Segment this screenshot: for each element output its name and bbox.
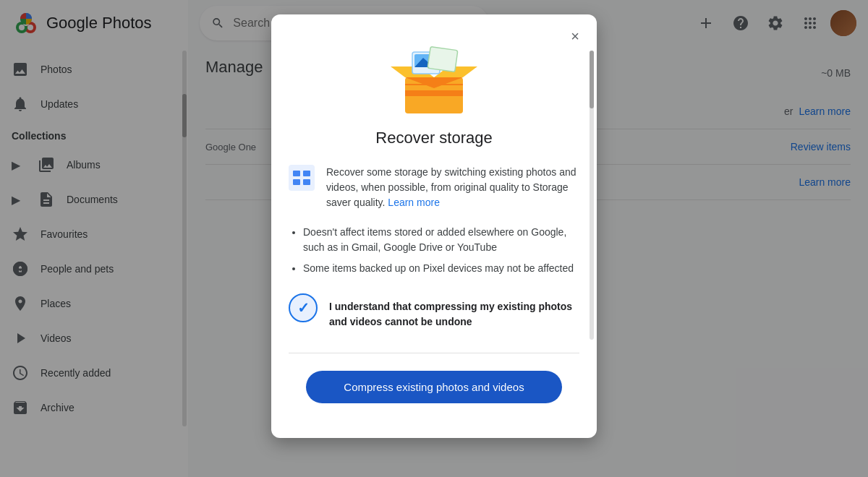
checkbox-label: I understand that compressing my existin… bbox=[329, 293, 579, 330]
checkmark-icon: ✓ bbox=[297, 299, 310, 317]
bullet-item-2: Some items backed up on Pixel devices ma… bbox=[303, 261, 579, 276]
svg-rect-18 bbox=[293, 171, 300, 176]
modal-scrollbar[interactable] bbox=[590, 51, 594, 340]
info-section: Recover some storage by switching existi… bbox=[289, 165, 579, 210]
checkbox-section[interactable]: ✓ I understand that compressing my exist… bbox=[289, 288, 579, 335]
svg-rect-20 bbox=[293, 179, 300, 185]
bullet-list: Doesn't affect items stored or added els… bbox=[289, 225, 579, 276]
learn-more-link-modal[interactable]: Learn more bbox=[388, 197, 440, 208]
illustration-icon bbox=[387, 38, 481, 117]
info-text: Recover some storage by switching existi… bbox=[326, 165, 579, 210]
modal-close-button[interactable]: × bbox=[562, 23, 588, 49]
svg-rect-19 bbox=[303, 171, 310, 176]
modal-illustration bbox=[271, 14, 597, 129]
svg-rect-14 bbox=[427, 47, 458, 72]
modal-title: Recover storage bbox=[271, 129, 597, 147]
svg-rect-15 bbox=[405, 90, 463, 96]
modal-divider bbox=[289, 353, 579, 353]
understand-checkbox[interactable]: ✓ bbox=[289, 293, 318, 322]
modal-body: Recover some storage by switching existi… bbox=[271, 165, 597, 438]
storage-saver-icon bbox=[289, 165, 315, 191]
modal-overlay: × bbox=[0, 0, 868, 477]
bullet-item-1: Doesn't affect items stored or added els… bbox=[303, 225, 579, 255]
svg-rect-17 bbox=[289, 165, 315, 191]
svg-rect-21 bbox=[303, 179, 310, 185]
modal-scrollbar-thumb bbox=[590, 51, 594, 108]
recover-storage-modal: × bbox=[271, 14, 597, 438]
compress-button[interactable]: Compress existing photos and videos bbox=[306, 371, 562, 403]
